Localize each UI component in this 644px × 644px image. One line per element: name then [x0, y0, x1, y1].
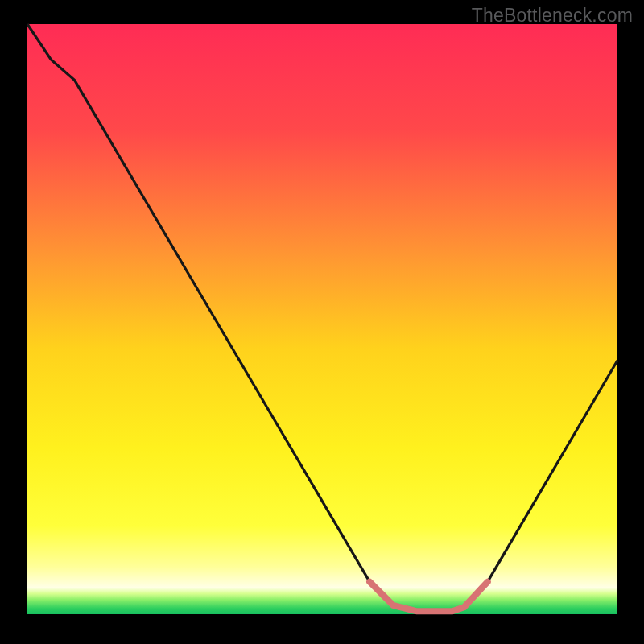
bottleneck-chart [0, 0, 644, 644]
watermark-text: TheBottleneck.com [472, 5, 633, 27]
chart-container: TheBottleneck.com [0, 0, 644, 644]
plot-background [27, 24, 617, 614]
